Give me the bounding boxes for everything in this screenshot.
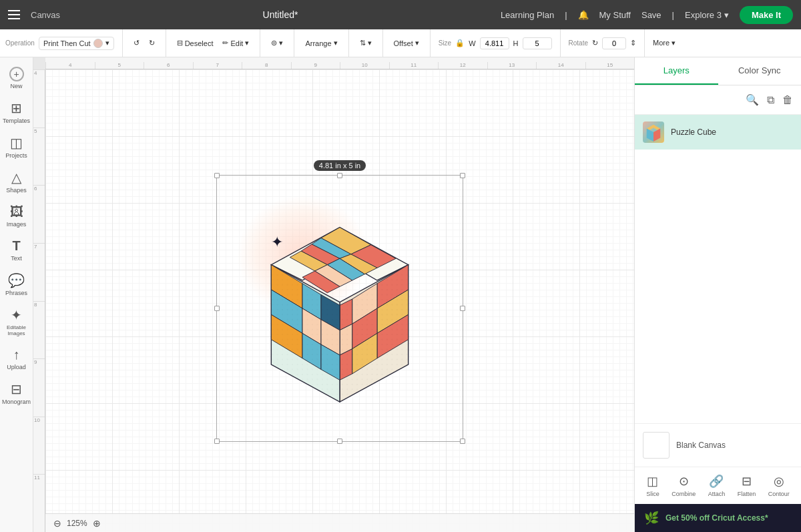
tab-layers[interactable]: Layers	[635, 57, 718, 85]
redo-button[interactable]: ↻	[146, 37, 158, 49]
panel-tool-slice[interactable]: ◫ Slice	[646, 474, 659, 497]
document-title[interactable]: Untitled*	[71, 9, 490, 20]
rotate-input[interactable]	[602, 37, 626, 49]
more-button[interactable]: More ▾	[653, 39, 676, 47]
operation-label: Operation	[5, 39, 35, 47]
operation-group: Operation Print Then Cut ▾	[5, 29, 123, 57]
bell-icon[interactable]: 🔔	[578, 10, 589, 20]
sidebar-shapes-label: Shapes	[6, 187, 27, 194]
sidebar-item-shapes[interactable]: △ Shapes	[0, 166, 33, 198]
save-link[interactable]: Save	[641, 10, 661, 20]
edit-icon: ✏	[222, 39, 228, 47]
svg-marker-35	[647, 128, 653, 142]
layer-name: Puzzle Cube	[671, 127, 716, 137]
size-h-label: H	[513, 39, 519, 47]
size-indicator: 4.81 in x 5 in	[314, 160, 366, 171]
rotate-group: Rotate ↻ ⇕	[569, 29, 645, 57]
offset-group: Offset ▾	[391, 29, 431, 57]
arrange-button[interactable]: Arrange ▾	[302, 37, 340, 49]
learning-plan[interactable]: Learning Plan	[501, 10, 554, 20]
offset-button[interactable]: Offset ▾	[391, 37, 422, 49]
left-sidebar: + New ⊞ Templates ◫ Projects △ Shapes 🖼 …	[0, 57, 33, 532]
rotate-icon: ↻	[592, 39, 598, 47]
panel-content: Puzzle Cube	[635, 115, 801, 423]
tab-color-sync[interactable]: Color Sync	[718, 57, 802, 85]
lock-icon[interactable]: 🔒	[455, 39, 465, 47]
sidebar-images-label: Images	[7, 221, 27, 228]
panel-tool-contour[interactable]: ◎ Contour	[768, 474, 790, 497]
undo-button[interactable]: ↺	[131, 37, 142, 49]
panel-search-button[interactable]: 🔍	[743, 91, 762, 109]
panel-tool-combine[interactable]: ⊙ Combine	[672, 474, 696, 497]
rubiks-cube-svg	[246, 208, 433, 409]
attach-label: Attach	[708, 491, 726, 497]
explore-btn[interactable]: Explore 3 ▾	[685, 10, 729, 20]
text-icon: T	[12, 238, 20, 254]
arrange-group: Arrange ▾	[302, 29, 348, 57]
promo-banner[interactable]: 🌿 Get 50% off Cricut Access*	[635, 504, 801, 532]
size-h-input[interactable]	[523, 37, 552, 49]
blank-canvas-section: Blank Canvas	[635, 423, 801, 467]
projects-icon: ◫	[10, 135, 23, 151]
sidebar-item-editable-images[interactable]: ✦ Editable Images	[0, 303, 33, 340]
deselect-group: ⊟ Deselect ✏ Edit ▾	[174, 29, 261, 57]
sidebar-item-phrases[interactable]: 💬 Phrases	[0, 268, 33, 300]
panel-duplicate-button[interactable]: ⧉	[764, 91, 777, 109]
panel-tabs: Layers Color Sync	[635, 57, 801, 85]
promo-strong: Get 50% off Cricut Access*	[665, 513, 768, 523]
ruler-h-marks: 4 5 6 7 8 9 10 11 12 13 14 15	[45, 62, 634, 69]
layer-item-puzzle-cube[interactable]: Puzzle Cube	[635, 115, 801, 150]
flip-group: ⇅ ▾	[357, 29, 383, 57]
sidebar-item-projects[interactable]: ◫ Projects	[0, 131, 33, 163]
size-w-input[interactable]	[480, 37, 509, 49]
sidebar-item-monogram[interactable]: ⊟ Monogram	[0, 377, 33, 409]
more-group: More ▾	[653, 29, 684, 57]
deselect-label: Deselect	[185, 39, 214, 47]
edit-button[interactable]: ✏ Edit ▾	[220, 37, 252, 49]
panel-tool-flatten[interactable]: ⊟ Flatten	[738, 474, 756, 497]
align-group: ⊜ ▾	[268, 29, 294, 57]
operation-color-dot	[93, 39, 103, 48]
panel-tool-attach[interactable]: 🔗 Attach	[708, 474, 726, 497]
upload-icon: ↑	[13, 347, 20, 362]
align-button[interactable]: ⊜ ▾	[268, 37, 286, 49]
deselect-button[interactable]: ⊟ Deselect	[174, 37, 216, 49]
offset-label: Offset	[394, 39, 413, 47]
flip-button[interactable]: ⇅ ▾	[357, 37, 374, 49]
ruler-v-marks: 4 5 6 7 8 9 10 11	[33, 69, 45, 532]
nav-divider1: |	[565, 10, 567, 20]
canvas-area[interactable]: 4 5 6 7 8 9 10 11 12 13 14 15 4 5 6 7 8	[33, 57, 634, 532]
panel-action-icons: 🔍 ⧉ 🗑	[635, 85, 801, 115]
canvas-bottom-bar: ⊖ 125% ⊕	[45, 513, 634, 532]
my-stuff[interactable]: My Stuff	[599, 10, 631, 20]
operation-select[interactable]: Print Then Cut ▾	[39, 37, 114, 50]
make-it-button[interactable]: Make It	[740, 6, 793, 24]
phrases-icon: 💬	[8, 272, 25, 288]
layers-tab-label: Layers	[663, 65, 690, 75]
sidebar-text-label: Text	[11, 255, 22, 262]
zoom-out-button[interactable]: ⊖	[53, 518, 61, 529]
right-panel: Layers Color Sync 🔍 ⧉ 🗑	[634, 57, 801, 532]
sidebar-item-images[interactable]: 🖼 Images	[0, 200, 33, 232]
menu-icon[interactable]	[8, 10, 20, 19]
top-nav: Canvas Untitled* Learning Plan | 🔔 My St…	[0, 0, 801, 29]
editable-images-icon: ✦	[11, 307, 22, 323]
sidebar-item-templates[interactable]: ⊞ Templates	[0, 96, 33, 128]
size-group: Size 🔒 W H	[439, 29, 561, 57]
zoom-in-button[interactable]: ⊕	[93, 518, 101, 529]
canvas-selected-object[interactable]: ✛ ✦ ✦	[216, 175, 463, 442]
flatten-label: Flatten	[738, 491, 756, 497]
panel-delete-button[interactable]: 🗑	[780, 91, 796, 109]
edit-chevron: ▾	[245, 39, 249, 47]
canvas-object-wrapper[interactable]: 4.81 in x 5 in ✛	[216, 160, 463, 442]
operation-value: Print Then Cut	[43, 39, 91, 47]
chevron-down-icon: ▾	[724, 10, 729, 20]
sidebar-item-upload[interactable]: ↑ Upload	[0, 343, 33, 374]
svg-marker-31	[340, 264, 409, 401]
top-right-actions: Learning Plan | 🔔 My Stuff Save | Explor…	[501, 6, 793, 24]
sidebar-item-new[interactable]: + New	[0, 63, 33, 93]
main-layout: + New ⊞ Templates ◫ Projects △ Shapes 🖼 …	[0, 57, 801, 532]
align-icon: ⊜	[271, 39, 277, 47]
promo-icon: 🌿	[644, 511, 659, 525]
sidebar-item-text[interactable]: T Text	[0, 234, 33, 266]
